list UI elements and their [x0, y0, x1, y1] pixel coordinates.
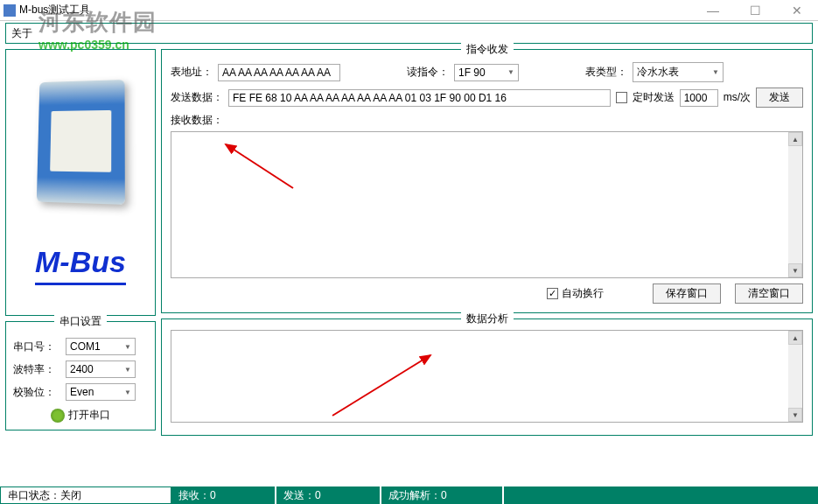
autowrap-checkbox[interactable]	[547, 288, 558, 299]
timed-label: 定时发送	[633, 90, 675, 105]
chevron-down-icon: ▼	[712, 68, 719, 76]
chevron-down-icon: ▼	[124, 366, 131, 374]
device-panel: M-Bus	[5, 49, 156, 316]
analysis-panel: 数据分析 ▲ ▼	[161, 318, 813, 436]
parity-value: Even	[70, 386, 94, 398]
scroll-up-icon[interactable]: ▲	[788, 132, 802, 146]
mbus-logo: M-Bus	[35, 245, 126, 285]
status-recv: 接收：0	[171, 486, 276, 504]
parity-label: 校验位：	[13, 385, 62, 400]
addr-label: 表地址：	[171, 65, 213, 80]
type-select[interactable]: 冷水水表 ▼	[633, 62, 724, 82]
read-select[interactable]: 1F 90 ▼	[454, 64, 519, 81]
status-spacer	[504, 486, 818, 504]
parity-select[interactable]: Even ▼	[66, 383, 136, 401]
baud-value: 2400	[70, 363, 94, 375]
scrollbar[interactable]: ▲ ▼	[788, 331, 802, 422]
chevron-down-icon: ▼	[124, 343, 131, 351]
window-title: M-bus测试工具	[19, 3, 90, 18]
open-port-label: 打开串口	[68, 408, 110, 423]
analysis-legend: 数据分析	[461, 312, 514, 326]
status-port: 串口状态：关闭	[0, 486, 171, 504]
type-value: 冷水水表	[637, 65, 679, 80]
scrollbar[interactable]: ▲ ▼	[788, 132, 802, 277]
menu-about[interactable]: 关于	[11, 26, 32, 41]
titlebar: M-bus测试工具 — ☐ ✕	[0, 0, 818, 21]
addr-input[interactable]	[218, 64, 340, 81]
port-icon	[51, 409, 65, 423]
interval-input[interactable]	[680, 89, 718, 107]
send-label: 发送数据：	[171, 90, 223, 105]
recv-textarea[interactable]: ▲ ▼	[171, 131, 803, 278]
timed-checkbox[interactable]	[616, 92, 627, 103]
command-panel: 指令收发 表地址： 读指令： 1F 90 ▼ 表类型： 冷水水表 ▼ 发送数据：	[161, 49, 813, 313]
autowrap-label: 自动换行	[562, 286, 604, 301]
port-label: 串口号：	[13, 340, 62, 354]
scroll-up-icon[interactable]: ▲	[788, 331, 802, 345]
status-parsed: 成功解析：0	[381, 486, 504, 504]
scroll-down-icon[interactable]: ▼	[788, 263, 802, 277]
port-value: COM1	[70, 340, 101, 353]
read-label: 读指令：	[407, 65, 449, 80]
serial-legend: 串口设置	[54, 314, 107, 329]
maximize-button[interactable]: ☐	[738, 2, 773, 19]
clear-window-button[interactable]: 清空窗口	[735, 284, 803, 304]
send-data-input[interactable]	[228, 89, 611, 107]
scroll-down-icon[interactable]: ▼	[788, 408, 802, 422]
menubar: 关于	[5, 23, 813, 44]
type-label: 表类型：	[585, 65, 627, 80]
serial-settings-panel: 串口设置 串口号： COM1 ▼ 波特率： 2400 ▼ 校验位： Even	[5, 321, 156, 430]
open-port-button[interactable]: 打开串口	[13, 408, 148, 423]
save-window-button[interactable]: 保存窗口	[653, 284, 721, 304]
analysis-textarea[interactable]: ▲ ▼	[171, 330, 803, 423]
send-button[interactable]: 发送	[756, 88, 803, 108]
recv-label: 接收数据：	[171, 113, 803, 128]
status-send: 发送：0	[276, 486, 381, 504]
baud-label: 波特率：	[13, 362, 62, 377]
interval-unit: ms/次	[724, 90, 751, 105]
minimize-button[interactable]: —	[696, 2, 731, 19]
baud-select[interactable]: 2400 ▼	[66, 360, 136, 378]
read-value: 1F 90	[458, 66, 486, 79]
app-icon	[3, 4, 16, 17]
chevron-down-icon: ▼	[124, 388, 131, 396]
chevron-down-icon: ▼	[507, 68, 514, 76]
statusbar: 串口状态：关闭 接收：0 发送：0 成功解析：0	[0, 486, 818, 504]
device-image	[37, 80, 125, 205]
cmd-legend: 指令收发	[461, 42, 514, 57]
port-select[interactable]: COM1 ▼	[66, 338, 136, 355]
close-button[interactable]: ✕	[780, 2, 815, 19]
